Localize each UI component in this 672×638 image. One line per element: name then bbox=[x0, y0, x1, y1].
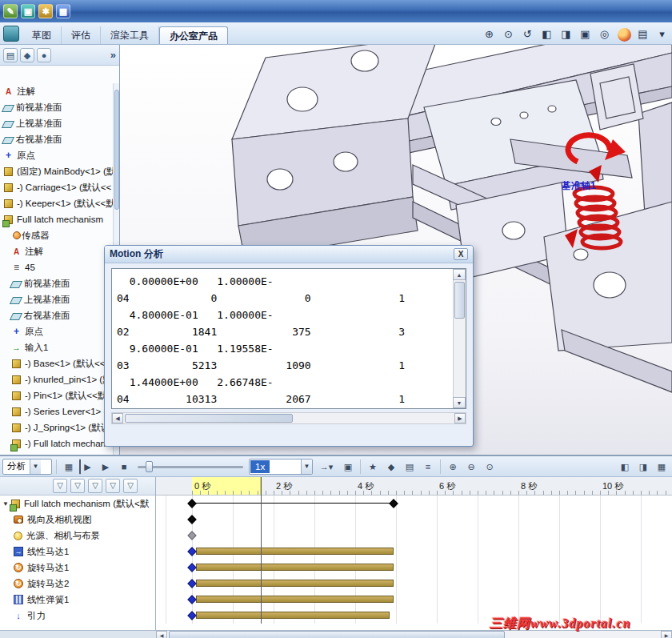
tree-item[interactable]: -) Full latch mechani bbox=[0, 435, 113, 451]
view-orientation-icon[interactable]: ◨ bbox=[558, 26, 574, 42]
previous-view-icon[interactable]: ↺ bbox=[519, 26, 536, 42]
tree-scrollbar-thumb[interactable] bbox=[114, 90, 119, 210]
tree-item[interactable]: 上视基准面 bbox=[0, 291, 113, 307]
results-plots-icon[interactable]: ▤ bbox=[402, 459, 418, 475]
hide-show-icon[interactable]: ◎ bbox=[596, 26, 613, 42]
dialog-vertical-scrollbar[interactable]: ▲ ▼ bbox=[453, 269, 466, 408]
study-type-combo[interactable]: 分析 ▼ bbox=[2, 459, 52, 475]
tree-item[interactable]: -) Pin<1> (默认<<默认> bbox=[0, 387, 113, 403]
playback-mode-icon[interactable]: →▾ bbox=[315, 459, 338, 475]
calculate-icon[interactable]: ▦ bbox=[61, 459, 77, 475]
tab-office-products[interactable]: 办公室产品 bbox=[159, 26, 228, 44]
filter-driving-icon[interactable]: ▽ bbox=[88, 479, 102, 493]
timeline-track[interactable] bbox=[156, 576, 672, 592]
filter-selected-icon[interactable]: ▽ bbox=[106, 479, 120, 493]
close-icon[interactable]: X bbox=[454, 248, 468, 260]
playback-speed-combo[interactable]: 1x ▼ bbox=[249, 459, 313, 475]
zoom-fit-icon[interactable]: ⊕ bbox=[481, 26, 498, 42]
panel-overflow-chevron-icon[interactable]: » bbox=[110, 49, 116, 61]
vertical-scroll-thumb[interactable] bbox=[454, 282, 465, 319]
motion-setup-icon[interactable]: ◆ bbox=[383, 459, 399, 475]
collapse-panel-icon[interactable]: ◧ bbox=[617, 459, 633, 475]
timeline-row-label[interactable]: ↻旋转马达2 bbox=[0, 576, 155, 592]
play-from-start-icon[interactable]: ▶ bbox=[79, 459, 95, 475]
assembly-tab-icon[interactable] bbox=[3, 26, 19, 42]
timeline-track[interactable] bbox=[156, 512, 672, 528]
grid-icon[interactable]: ▦ bbox=[56, 4, 70, 18]
tree-item[interactable]: -) Keeper<1> (默认<<默 bbox=[0, 195, 113, 211]
stop-icon[interactable]: ■ bbox=[116, 459, 132, 475]
scroll-right-icon[interactable]: ▶ bbox=[454, 413, 466, 423]
tree-item[interactable]: 右视基准面 bbox=[0, 131, 113, 147]
scroll-right-icon[interactable]: ▶ bbox=[661, 631, 672, 638]
zoom-in-icon[interactable]: ⊕ bbox=[445, 459, 461, 475]
animation-wizard-icon[interactable]: ★ bbox=[365, 459, 381, 475]
dialog-horizontal-scrollbar[interactable]: ◀ ▶ bbox=[111, 412, 466, 424]
tree-item[interactable]: A注解 bbox=[0, 243, 113, 259]
panel-options-icon[interactable]: ▦ bbox=[654, 459, 670, 475]
duration-bar[interactable] bbox=[196, 612, 390, 619]
duration-bar[interactable] bbox=[196, 596, 394, 603]
display-style-icon[interactable]: ▣ bbox=[577, 26, 594, 42]
timeline-track[interactable] bbox=[156, 528, 672, 544]
tree-item[interactable]: (固定) MainBody<1> (默 bbox=[0, 163, 113, 179]
scroll-left-icon[interactable]: ◀ bbox=[112, 413, 123, 423]
filter-results-icon[interactable]: ▽ bbox=[123, 479, 138, 493]
tree-item[interactable]: +原点 bbox=[0, 147, 113, 163]
timeline-row-label[interactable]: 光源、相机与布景 bbox=[0, 528, 155, 544]
timeline-track[interactable] bbox=[156, 592, 672, 608]
scroll-up-icon[interactable]: ▲ bbox=[453, 269, 466, 280]
tab-sketch[interactable]: 草图 bbox=[22, 26, 62, 44]
tree-item[interactable]: -) Carriage<1> (默认<< bbox=[0, 179, 113, 195]
scroll-down-icon[interactable]: ▼ bbox=[453, 397, 466, 408]
fit-icon[interactable]: ⊙ bbox=[482, 459, 498, 475]
timeline-row-label[interactable]: 线性弹簧1 bbox=[0, 592, 155, 608]
timeline-row-label[interactable]: ↓引力 bbox=[0, 608, 155, 624]
tree-item[interactable]: ≡45 bbox=[0, 259, 113, 275]
motion-analysis-dialog[interactable]: Motion 分析 X 0.00000E+00 1.00000E- 04 0 0… bbox=[104, 245, 474, 447]
scroll-left-icon[interactable]: ◀ bbox=[156, 631, 167, 638]
tab-evaluate[interactable]: 评估 bbox=[62, 26, 101, 44]
timeline-track[interactable] bbox=[156, 560, 672, 576]
time-slider[interactable] bbox=[134, 459, 246, 475]
keyframe-diamond[interactable] bbox=[187, 515, 196, 524]
scene-icon[interactable]: ▤ bbox=[634, 26, 651, 42]
duration-bar[interactable] bbox=[196, 564, 394, 571]
scrollbar-thumb[interactable] bbox=[169, 631, 505, 638]
timeline-row-label[interactable]: 视向及相机视图 bbox=[0, 512, 155, 528]
filter-animated-icon[interactable]: ▽ bbox=[70, 479, 85, 493]
keyframe-diamond[interactable] bbox=[187, 595, 196, 604]
save-animation-icon[interactable]: ▣ bbox=[340, 459, 356, 475]
keyframe-diamond[interactable] bbox=[389, 499, 398, 508]
tree-item[interactable]: 传感器 bbox=[0, 227, 113, 243]
duration-bar[interactable] bbox=[196, 580, 394, 587]
play-icon[interactable]: ▶ bbox=[98, 459, 114, 475]
horizontal-scroll-thumb[interactable] bbox=[125, 414, 293, 423]
timeline-row-label[interactable]: →线性马达1 bbox=[0, 544, 155, 560]
tree-item[interactable]: A注解 bbox=[0, 83, 113, 99]
keyframe-diamond[interactable] bbox=[187, 611, 196, 620]
settings-icon[interactable]: ▾ bbox=[654, 26, 670, 42]
tree-item[interactable]: -) knurled_pin<1> (默认 bbox=[0, 371, 113, 387]
section-view-icon[interactable]: ◧ bbox=[538, 26, 555, 42]
chart-icon[interactable]: ≡ bbox=[420, 459, 436, 475]
timeline-row-label[interactable]: ▼Full latch mechanism (默认<默 bbox=[0, 496, 155, 512]
tree-item[interactable]: Full latch mechanism bbox=[0, 211, 113, 227]
tree-item[interactable]: 上视基准面 bbox=[0, 115, 113, 131]
tree-item[interactable]: -) J_Spring<1> (默认< bbox=[0, 419, 113, 435]
time-ruler[interactable]: 0 秒 2 秒 4 秒 6 秒 8 秒 10 秒 bbox=[156, 477, 672, 496]
keyframe-diamond[interactable] bbox=[187, 579, 196, 588]
wrench-icon[interactable]: ✱ bbox=[38, 4, 53, 18]
filter-all-icon[interactable]: ▽ bbox=[53, 479, 67, 493]
tab-render-tools[interactable]: 渲染工具 bbox=[101, 26, 159, 44]
tree-item[interactable]: 前视基准面 bbox=[0, 275, 113, 291]
tree-item[interactable]: 右视基准面 bbox=[0, 307, 113, 323]
cube-icon[interactable]: ▣ bbox=[21, 4, 35, 18]
keyframe-diamond[interactable] bbox=[187, 547, 196, 556]
timeline-track[interactable] bbox=[156, 544, 672, 560]
tree-item[interactable]: -) Series Lever<1> (默 bbox=[0, 403, 113, 419]
slider-thumb[interactable] bbox=[146, 461, 153, 472]
tree-item[interactable]: -) Base<1> (默认<<默 bbox=[0, 355, 113, 371]
zoom-out-icon[interactable]: ⊖ bbox=[463, 459, 479, 475]
tree-item[interactable]: →输入1 bbox=[0, 339, 113, 355]
